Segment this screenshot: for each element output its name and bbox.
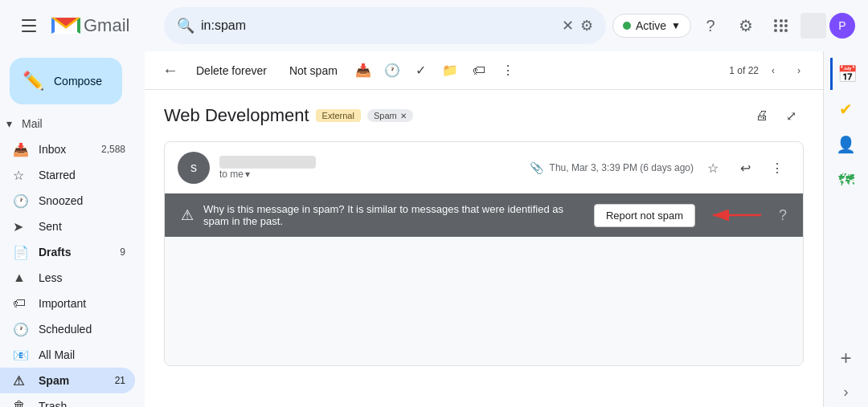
- trash-icon: 🗑: [13, 399, 29, 407]
- topbar-left: Gmail: [13, 10, 158, 42]
- sent-icon: ➤: [13, 219, 29, 234]
- email-meta: 📎 Thu, Mar 3, 3:39 PM (6 days ago) ☆ ↩ ⋮: [530, 155, 790, 181]
- pagination-text: 1 of 22: [729, 65, 759, 76]
- email-date: Thu, Mar 3, 3:39 PM (6 days ago): [550, 162, 694, 173]
- inbox-count: 2,588: [101, 144, 125, 155]
- sender-info: to me ▾: [219, 156, 520, 180]
- add-addon-button[interactable]: +: [830, 342, 862, 374]
- help-button[interactable]: ?: [694, 10, 727, 42]
- sidebar-item-all-mail[interactable]: 📧 All Mail: [0, 342, 135, 368]
- inbox-icon: 📥: [13, 142, 29, 157]
- sidebar-item-drafts[interactable]: 📄 Drafts 9: [0, 239, 135, 265]
- not-spam-label: Not spam: [289, 64, 338, 77]
- status-button[interactable]: Active ▼: [612, 14, 691, 38]
- next-page-button[interactable]: ›: [788, 59, 810, 82]
- tag-spam: Spam ✕: [367, 109, 413, 122]
- gmail-logo: Gmail: [51, 14, 129, 37]
- sidebar-item-label: Starred: [39, 169, 125, 181]
- search-clear-icon[interactable]: ✕: [562, 17, 574, 35]
- scheduled-icon: 🕐: [13, 322, 29, 337]
- recipient-row[interactable]: to me ▾: [219, 169, 520, 180]
- open-in-new-button[interactable]: ⤢: [778, 103, 804, 128]
- all-mail-icon: 📧: [13, 348, 29, 363]
- compose-button[interactable]: ✏️ Compose: [10, 58, 122, 104]
- move-to-button[interactable]: 📥: [350, 58, 376, 83]
- spam-warning-text: Why is this message in spam? It is simil…: [203, 203, 584, 227]
- avatar[interactable]: P: [829, 13, 855, 39]
- sender-name-row: [219, 156, 520, 169]
- mark-done-button[interactable]: ✓: [408, 58, 434, 83]
- right-sidebar-maps-icon[interactable]: 🗺: [830, 164, 862, 196]
- drafts-count: 9: [120, 246, 125, 258]
- email-toolbar: ← Delete forever Not spam 📥 🕐 ✓ 📁 🏷 ⋮ 1 …: [145, 51, 823, 90]
- snoozed-icon: 🕐: [13, 193, 29, 209]
- more-button[interactable]: ⋮: [495, 58, 521, 83]
- reply-button[interactable]: ↩: [732, 155, 758, 181]
- compose-label: Compose: [54, 75, 102, 88]
- sidebar-item-trash[interactable]: 🗑 Trash: [0, 393, 135, 407]
- sender-avatar: s: [178, 152, 210, 184]
- email-content: Web Development External Spam ✕ 🖨 ⤢ s: [145, 90, 823, 407]
- topbar-right: Active ▼ ? ⚙ P: [612, 10, 855, 42]
- right-sidebar-calendar-icon[interactable]: 📅: [830, 58, 862, 90]
- sidebar-item-starred[interactable]: ☆ Starred: [0, 162, 135, 188]
- sidebar-item-label: Important: [39, 297, 125, 310]
- not-spam-button[interactable]: Not spam: [280, 59, 347, 82]
- help-icon[interactable]: ?: [779, 207, 787, 224]
- right-sidebar-expand-button[interactable]: ›: [844, 384, 849, 401]
- sidebar-item-label: Sent: [39, 220, 125, 233]
- right-sidebar-tasks-icon[interactable]: ✔: [830, 93, 862, 125]
- search-bar: 🔍 ✕ ⚙: [164, 7, 606, 44]
- sidebar-item-label: Spam: [39, 374, 105, 387]
- less-icon: ▲: [13, 271, 29, 285]
- sidebar-item-spam[interactable]: ⚠ Spam 21: [0, 368, 135, 393]
- apps-button[interactable]: [765, 10, 797, 42]
- sidebar-item-important[interactable]: 🏷 Important: [0, 291, 135, 316]
- red-arrow-indicator: [705, 203, 769, 227]
- delete-forever-label: Delete forever: [196, 64, 267, 77]
- account-switcher[interactable]: [800, 13, 826, 39]
- email-message-header: s to me ▾ 📎 Thu,: [165, 142, 803, 193]
- drafts-icon: 📄: [13, 245, 29, 260]
- move-button[interactable]: 📁: [437, 58, 463, 83]
- email-subject-actions: 🖨 ⤢: [749, 103, 804, 128]
- settings-button[interactable]: ⚙: [730, 10, 762, 42]
- grid-icon: [774, 19, 788, 32]
- status-dot: [623, 22, 631, 30]
- sidebar-item-inbox[interactable]: 📥 Inbox 2,588: [0, 136, 135, 162]
- sidebar-item-label: Scheduled: [39, 323, 125, 336]
- print-button[interactable]: 🖨: [749, 103, 775, 128]
- more-options-button[interactable]: ⋮: [764, 155, 790, 181]
- menu-button[interactable]: [13, 10, 45, 42]
- email-subject: Web Development: [164, 105, 309, 126]
- spam-count: 21: [115, 375, 125, 386]
- email-message: s to me ▾ 📎 Thu,: [164, 141, 804, 366]
- tag-external: External: [316, 109, 361, 122]
- sidebar-item-label: Drafts: [39, 246, 110, 258]
- back-button[interactable]: ←: [158, 58, 183, 83]
- sidebar-item-label: Trash: [39, 400, 125, 407]
- sidebar-item-snoozed[interactable]: 🕐 Snoozed: [0, 188, 135, 214]
- right-sidebar-contacts-icon[interactable]: 👤: [830, 128, 862, 161]
- snooze-button[interactable]: 🕐: [379, 58, 405, 83]
- report-not-spam-button[interactable]: Report not spam: [594, 204, 695, 227]
- status-label: Active: [636, 19, 666, 32]
- sidebar-item-label: Less: [39, 271, 125, 284]
- sidebar-item-scheduled[interactable]: 🕐 Scheduled: [0, 316, 135, 342]
- mail-section-label: Mail: [22, 117, 43, 130]
- sidebar-item-sent[interactable]: ➤ Sent: [0, 214, 135, 239]
- search-input[interactable]: [201, 18, 555, 33]
- main-layout: ✏️ Compose ▾ Mail 📥 Inbox 2,588 ☆ Starre…: [0, 51, 868, 407]
- mail-section-header[interactable]: ▾ Mail: [0, 111, 135, 136]
- remove-spam-tag-button[interactable]: ✕: [400, 112, 407, 120]
- delete-forever-button[interactable]: Delete forever: [186, 59, 276, 82]
- attachment-icon: 📎: [530, 161, 543, 174]
- sidebar-item-less[interactable]: ▲ Less: [0, 265, 135, 291]
- star-button[interactable]: ☆: [700, 155, 726, 181]
- warning-icon: ⚠: [181, 206, 194, 224]
- chevron-down-icon: ▼: [671, 20, 681, 31]
- email-body: [165, 237, 803, 365]
- search-options-icon[interactable]: ⚙: [580, 17, 593, 35]
- prev-page-button[interactable]: ‹: [762, 59, 784, 82]
- labels-button[interactable]: 🏷: [466, 58, 492, 83]
